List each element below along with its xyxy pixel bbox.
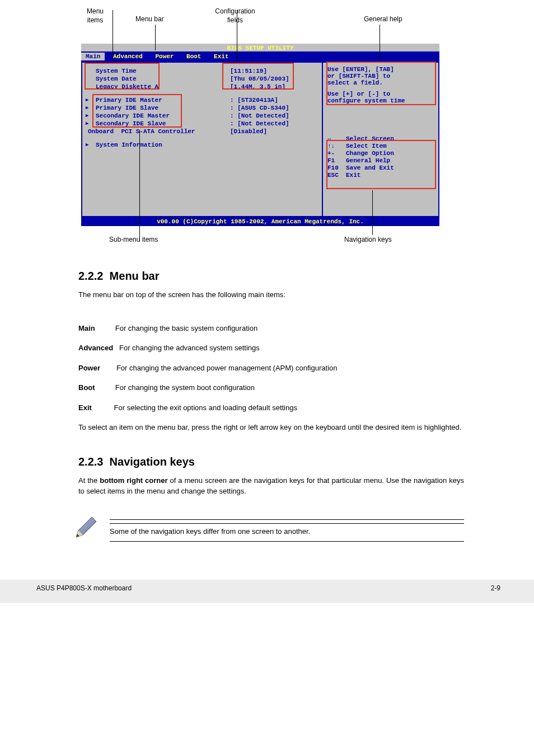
bios-left-pane: System Time [11:51:19] System Date [Thu … bbox=[81, 62, 322, 217]
bios-row-pri-slave[interactable]: Primary IDE Slave : [ASUS CD-S340] bbox=[96, 104, 318, 112]
legend-exit: Exit For selecting the exit options and … bbox=[78, 402, 498, 414]
bios-title: BIOS SETUP UTILITY bbox=[81, 44, 439, 51]
section-title-222: 2.2.2 Menu bar bbox=[78, 270, 498, 283]
bios-tab-main[interactable]: Main bbox=[81, 53, 105, 60]
callout-general-help: General help bbox=[364, 15, 402, 24]
bios-tab-exit[interactable]: Exit bbox=[209, 53, 233, 60]
legend-advanced: Advanced For changing the advanced syste… bbox=[78, 342, 498, 354]
bios-row-pri-master[interactable]: Primary IDE Master : [ST320413A] bbox=[96, 96, 318, 104]
bios-row-diskette[interactable]: Legacy Diskette A [1.44M, 3.5 in] bbox=[96, 83, 318, 91]
callout-menu-items: Menu items bbox=[78, 7, 112, 25]
bios-tab-power[interactable]: Power bbox=[151, 53, 178, 60]
pencil-icon bbox=[73, 514, 100, 541]
page-footer: ASUS P4P800S-X motherboard 2-9 bbox=[0, 580, 534, 603]
callout-navkeys: Navigation keys bbox=[344, 235, 392, 244]
legend-boot: Boot For changing the system boot config… bbox=[78, 382, 498, 393]
section-intro: The menu bar on top of the screen has th… bbox=[78, 289, 464, 300]
section-title-223: 2.2.3 Navigation keys bbox=[78, 456, 498, 468]
legend-power: Power For changing the advanced power ma… bbox=[78, 363, 498, 374]
bios-nav-keys: ↔ Select Screen ↑↓ Select Item +- Change… bbox=[327, 135, 434, 179]
callout-submenu: Sub-menu items bbox=[109, 235, 158, 244]
callout-config-fields: Configuration fields bbox=[210, 7, 260, 25]
callout-menu-bar: Menu bar bbox=[135, 15, 164, 24]
bios-screenshot: BIOS SETUP UTILITY Main Advanced Power B… bbox=[81, 44, 439, 226]
bios-menu-bar: Main Advanced Power Boot Exit bbox=[81, 51, 439, 62]
navkeys-para: At the bottom right corner of a menu scr… bbox=[78, 475, 464, 497]
bios-row-systemdate[interactable]: System Date [Thu 08/05/2003] bbox=[96, 75, 318, 83]
bios-row-sata[interactable]: Onboard PCI S-ATA Controller [Disabled] bbox=[88, 128, 318, 135]
bios-row-sec-master[interactable]: Secondary IDE Master : [Not Detected] bbox=[96, 112, 318, 120]
bios-row-sec-slave[interactable]: Secondary IDE Slave : [Not Detected] bbox=[96, 120, 318, 128]
legend-main: Main For changing the basic system confi… bbox=[78, 323, 498, 334]
bios-tab-boot[interactable]: Boot bbox=[182, 53, 205, 60]
footer-left: ASUS P4P800S-X motherboard bbox=[36, 584, 132, 592]
bios-tab-advanced[interactable]: Advanced bbox=[109, 53, 147, 60]
bios-help-pane: Use [ENTER], [TAB] or [SHIFT-TAB] to sel… bbox=[322, 62, 439, 217]
note-block: Some of the navigation keys differ from … bbox=[73, 514, 464, 552]
menubar-para: To select an item on the menu bar, press… bbox=[78, 422, 464, 433]
bios-footer: v00.00 (C)Copyright 1985-2002, American … bbox=[81, 217, 439, 226]
note-text: Some of the navigation keys differ from … bbox=[110, 526, 464, 537]
footer-right: 2-9 bbox=[491, 584, 500, 592]
bios-row-systemtime[interactable]: System Time [11:51:19] bbox=[96, 67, 318, 75]
bios-row-sysinfo[interactable]: System Information bbox=[96, 141, 318, 149]
